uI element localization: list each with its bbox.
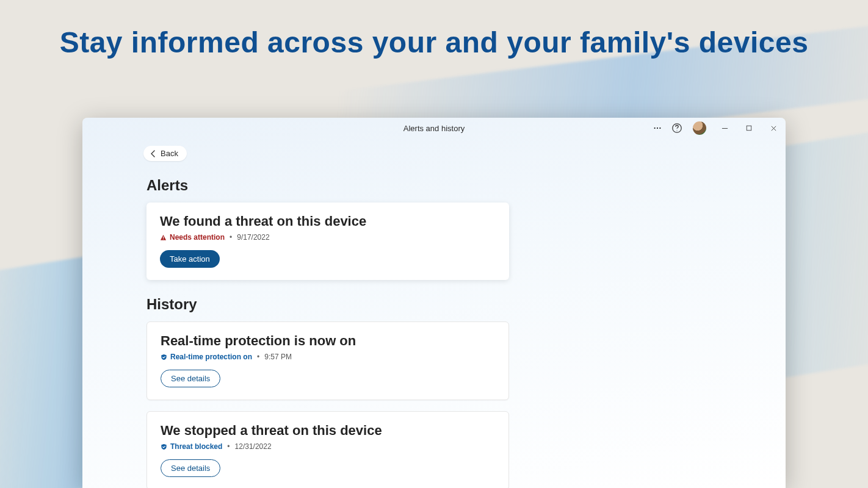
- ellipsis-icon: [653, 124, 662, 132]
- shield-icon: [161, 443, 167, 450]
- chevron-left-icon: [150, 150, 157, 157]
- more-button[interactable]: [648, 118, 667, 138]
- window-controls: [648, 118, 786, 138]
- svg-rect-6: [747, 126, 751, 131]
- status-badge: Threat blocked: [161, 442, 222, 451]
- history-status-text: Real-time protection on: [170, 353, 252, 361]
- window-content: Back Alerts We found a threat on this de…: [82, 138, 786, 488]
- history-status-text: Threat blocked: [170, 442, 222, 451]
- alert-card: We found a threat on this device Needs a…: [146, 203, 509, 280]
- alert-status-text: Needs attention: [170, 233, 225, 242]
- svg-point-2: [659, 127, 660, 129]
- separator: •: [257, 353, 259, 361]
- separator: •: [227, 442, 230, 451]
- shield-icon: [161, 354, 167, 361]
- minimize-button[interactable]: [712, 118, 737, 138]
- account-avatar[interactable]: [693, 121, 706, 135]
- history-date: 9:57 PM: [264, 353, 292, 361]
- see-details-button[interactable]: See details: [161, 459, 220, 477]
- help-button[interactable]: [667, 118, 687, 138]
- maximize-icon: [746, 125, 752, 131]
- see-details-button[interactable]: See details: [161, 370, 220, 387]
- hero-headline: Stay informed across your and your famil…: [0, 26, 868, 59]
- close-button[interactable]: [761, 118, 786, 138]
- svg-point-4: [676, 130, 677, 131]
- svg-point-0: [654, 127, 656, 129]
- take-action-button[interactable]: Take action: [160, 250, 220, 268]
- alert-meta: Needs attention • 9/17/2022: [160, 233, 496, 242]
- history-card: Real-time protection is now on Real-time…: [146, 321, 509, 400]
- history-date: 12/31/2022: [235, 442, 272, 451]
- history-title: We stopped a threat on this device: [161, 423, 495, 439]
- alert-title: We found a threat on this device: [160, 214, 496, 229]
- svg-rect-9: [163, 236, 164, 238]
- maximize-button[interactable]: [737, 118, 761, 138]
- history-card: We stopped a threat on this device Threa…: [146, 411, 509, 488]
- titlebar: Alerts and history: [82, 118, 786, 138]
- back-button[interactable]: Back: [143, 146, 187, 161]
- close-icon: [770, 125, 777, 132]
- minimize-icon: [722, 125, 728, 132]
- warning-icon: [160, 234, 167, 241]
- back-label: Back: [161, 149, 178, 158]
- history-heading: History: [146, 296, 786, 313]
- alert-date: 9/17/2022: [237, 233, 269, 242]
- status-badge: Real-time protection on: [161, 353, 252, 361]
- svg-rect-10: [163, 239, 164, 239]
- help-icon: [671, 123, 682, 134]
- status-badge: Needs attention: [160, 233, 225, 242]
- history-meta: Threat blocked • 12/31/2022: [161, 442, 495, 451]
- alerts-heading: Alerts: [146, 177, 786, 194]
- separator: •: [230, 233, 232, 242]
- history-title: Real-time protection is now on: [161, 333, 495, 349]
- app-window: Alerts and history: [82, 118, 786, 488]
- svg-point-1: [657, 127, 658, 129]
- history-meta: Real-time protection on • 9:57 PM: [161, 353, 495, 361]
